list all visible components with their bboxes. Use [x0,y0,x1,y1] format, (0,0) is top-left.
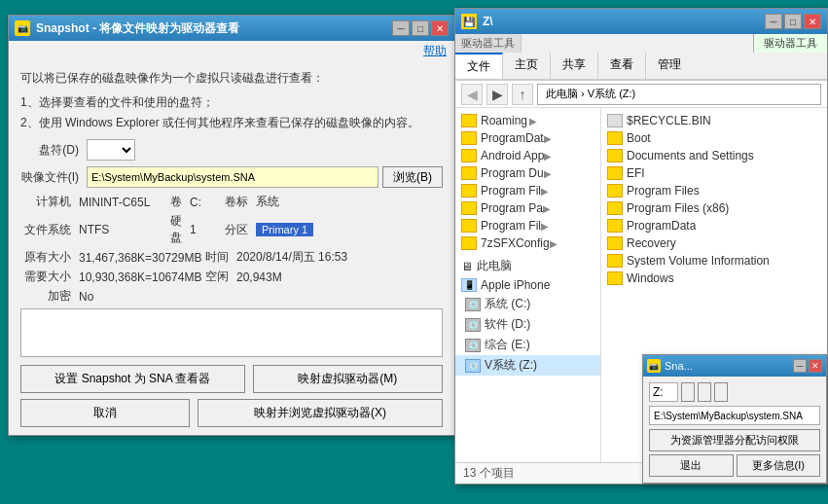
tab-file[interactable]: 文件 [455,53,503,79]
list-item[interactable]: Program Files [601,182,827,199]
close-button[interactable]: ✕ [431,20,449,36]
exp-close-button[interactable]: ✕ [804,14,821,29]
list-item[interactable]: ProgramDat ▶ [455,129,600,147]
list-item[interactable]: 7zSFXConfig ▶ [455,234,600,252]
drive-label: 盘符(D) [20,142,79,159]
explorer-icon: 💾 [461,14,477,29]
tab-home[interactable]: 主页 [503,53,551,79]
map-driver-button[interactable]: 映射虚拟驱动器(M) [253,365,443,393]
drive-icon: 💿 [465,298,481,311]
list-item[interactable]: EFI [601,164,827,182]
needsize-value: 10,930,368K=10674MB [79,270,205,284]
cancel-button[interactable]: 取消 [20,399,190,427]
image-label: 映像文件(I) [20,169,79,186]
list-item[interactable]: Program Du ▶ [455,164,600,182]
folder-name: Program Files [627,184,700,198]
origsize-label: 原有大小 [20,249,79,266]
list-item[interactable]: ProgramData [601,217,827,234]
snapshot-titlebar: 📷 Snapshot - 将像文件映射为驱动器查看 ─ □ ✕ [9,16,454,41]
minimize-button[interactable]: ─ [392,20,410,36]
sub-minimize[interactable]: ─ [793,359,807,373]
sub-drive-input[interactable] [649,382,678,402]
explorer-titlebar: 💾 Z\ ─ □ ✕ [455,9,827,34]
exp-maximize-button[interactable]: □ [784,14,802,29]
folder-name: V系统 (Z:) [485,357,537,374]
tab-view[interactable]: 查看 [598,53,646,79]
sub-btn1[interactable] [681,382,695,402]
sub-exit-button[interactable]: 退出 [649,454,734,477]
sub-btn2[interactable] [698,382,711,402]
set-snapshot-button[interactable]: 设置 Snapshot 为 SNA 查看器 [20,365,245,393]
nav-forward-button[interactable]: ▶ [486,84,508,105]
folder-icon [461,184,477,198]
folder-name: Program Fil [481,219,541,233]
list-item[interactable]: Program Files (x86) [601,199,827,217]
step1-text: 1、选择要查看的文件和使用的盘符； [20,94,443,111]
nav-back-button[interactable]: ◀ [461,84,483,105]
folder-icon [607,149,623,162]
list-item[interactable]: $RECYCLE.BIN [601,112,827,129]
folder-icon [607,114,623,127]
list-item[interactable]: 💿 V系统 (Z:) [455,355,600,376]
sub-icon: 📷 [647,359,661,373]
origsize-value: 31,467,368K=30729MB [79,251,205,265]
list-item[interactable]: Program Fil ▶ [455,217,600,234]
list-item[interactable]: System Volume Information [601,252,827,270]
folder-icon [461,236,477,250]
list-item[interactable]: 📱 Apple iPhone [455,276,600,294]
list-item[interactable]: 💿 系统 (C:) [455,294,600,314]
this-pc-label: 此电脑 [477,258,512,274]
driver-tools-tab: 驱动器工具 [753,34,827,53]
volume-value: C: [190,196,225,209]
folder-icon [461,114,477,127]
encrypt-value: No [79,290,93,304]
sub-access-button[interactable]: 为资源管理器分配访问权限 [649,429,820,451]
time-label: 时间 [205,249,236,266]
exp-minimize-button[interactable]: ─ [765,14,782,29]
folder-icon [461,219,477,233]
snapshot-title: Snapshot - 将像文件映射为驱动器查看 [36,20,239,37]
folder-name: Program Du [481,166,544,180]
help-link[interactable]: 帮助 [423,43,447,59]
voltitle-value: 系统 [256,194,279,210]
list-item[interactable]: 💿 软件 (D:) [455,314,600,335]
address-display[interactable]: 此电脑 › V系统 (Z:) [537,84,821,105]
sub-btn3[interactable] [714,382,728,402]
folder-name: 综合 (E:) [485,337,530,353]
address-bar: ◀ ▶ ↑ 此电脑 › V系统 (Z:) [455,81,827,108]
drive-select[interactable] [87,139,135,161]
tab-share[interactable]: 共享 [551,53,598,79]
computer-icon: 🖥 [461,260,473,273]
list-item[interactable]: Roaming ▶ [455,112,600,129]
list-item[interactable]: Recovery [601,234,827,252]
nav-up-button[interactable]: ↑ [512,84,533,105]
tab-manage[interactable]: 管理 [646,53,693,79]
folder-name: Program Files (x86) [627,201,729,215]
list-item[interactable]: Boot [601,129,827,147]
folder-icon [607,219,623,233]
folder-icon [607,131,623,145]
sub-filepath-input[interactable]: E:\System\MyBackup\system.SNA [649,406,820,425]
sub-close[interactable]: ✕ [809,359,822,373]
drive-icon: 💿 [465,339,481,352]
folder-icon [461,201,477,215]
list-item[interactable]: Documents and Settings [601,147,827,164]
explorer-title: Z\ [483,15,493,28]
list-item[interactable]: Android App ▶ [455,147,600,164]
maximize-button[interactable]: □ [412,20,429,36]
list-item[interactable]: Program Fil ▶ [455,182,600,199]
partition-label: 分区 [225,222,256,238]
image-input[interactable]: E:\System\MyBackup\system.SNA [87,166,378,188]
list-item[interactable]: 💿 综合 (E:) [455,335,600,355]
map-browse-button[interactable]: 映射并浏览虚拟驱动器(X) [198,399,443,427]
time-value: 2020/8/14/周五 16:53 [236,249,347,266]
browse-button[interactable]: 浏览(B) [382,166,443,188]
disk-label: 硬盘 [166,213,190,246]
list-item[interactable]: Program Pa ▶ [455,199,600,217]
folder-name: Program Fil [481,184,541,198]
list-item[interactable]: Windows [601,270,827,287]
sub-moreinfo-button[interactable]: 更多信息(I) [737,454,821,477]
sub-title: Sna... [665,360,693,372]
left-panel: Roaming ▶ ProgramDat ▶ Android App ▶ Pro… [455,108,601,462]
folder-name: EFI [627,166,645,180]
